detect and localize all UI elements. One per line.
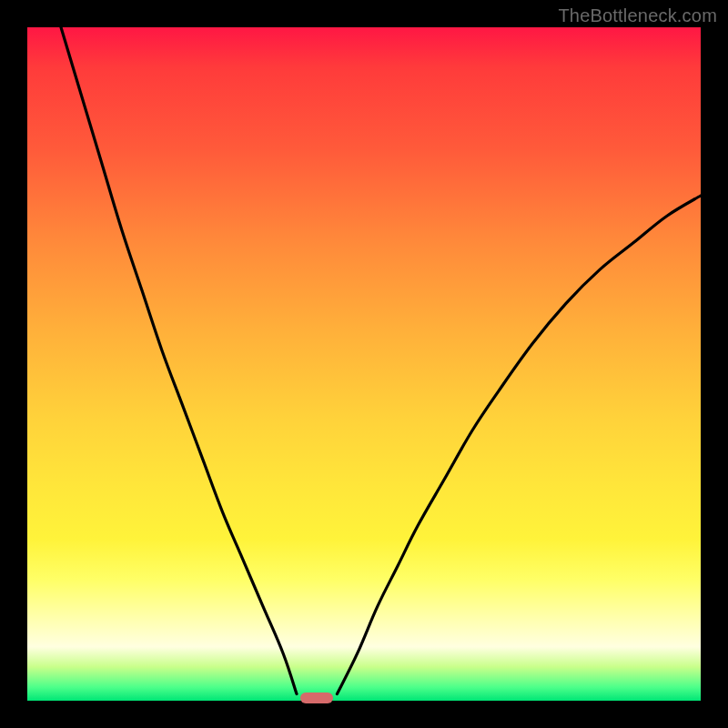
curve-layer	[27, 27, 701, 701]
chart-frame: TheBottleneck.com	[0, 0, 728, 728]
optimal-marker	[300, 693, 333, 703]
curve-right-branch	[337, 196, 701, 694]
plot-area	[27, 27, 701, 701]
watermark-text: TheBottleneck.com	[558, 5, 717, 26]
curve-left-branch	[61, 27, 297, 694]
